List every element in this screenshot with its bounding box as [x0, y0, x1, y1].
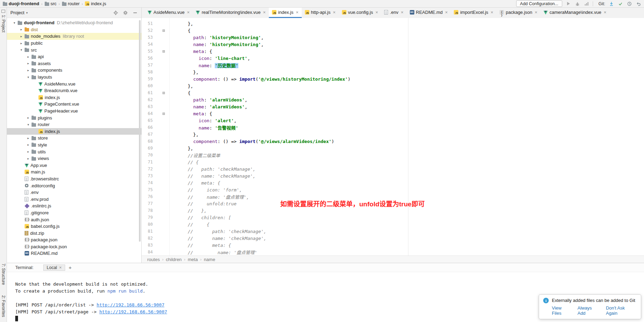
notification-action[interactable]: View Files [552, 305, 572, 316]
terminal-tab-local[interactable]: Local × [43, 265, 65, 271]
tree-row[interactable]: README.md [7, 250, 141, 257]
tree-row[interactable]: PageHeader.vue [7, 108, 141, 115]
tab-close-icon[interactable]: × [535, 10, 538, 15]
tree-row[interactable]: ▸plugins [7, 114, 141, 121]
close-icon[interactable]: × [59, 265, 62, 270]
code-line[interactable]: 78 // }, [142, 207, 644, 214]
tab-close-icon[interactable]: × [401, 10, 404, 15]
editor-breadcrumb-item[interactable]: routes [147, 257, 160, 262]
tree-row[interactable]: index.js [7, 128, 141, 135]
editor-tab[interactable]: README.md× [407, 8, 451, 18]
code-line[interactable]: 67 }, [142, 131, 644, 138]
breadcrumb-item[interactable]: index.js [85, 1, 106, 6]
fold-marker[interactable] [162, 50, 165, 53]
code-line[interactable]: 76 // name: '盘点管理', [142, 193, 644, 200]
editor[interactable]: 51 },52 {53 path: 'historyMonitoring',54… [142, 18, 644, 256]
code-line[interactable]: 68 component: () => import('@/views/alar… [142, 138, 644, 145]
code-line[interactable]: 73 // name: 'checkManage', [142, 172, 644, 179]
fold-marker[interactable] [162, 113, 165, 115]
editor-tab[interactable]: http-api.js× [302, 8, 339, 18]
revert-icon[interactable] [636, 1, 641, 7]
code-line[interactable]: 69 }, [142, 145, 644, 152]
tree-row[interactable]: ▸views [7, 155, 141, 162]
editor-breadcrumb-item[interactable]: meta [188, 257, 198, 262]
chevron-right-icon[interactable]: ▸ [25, 157, 32, 160]
editor-tab[interactable]: package.json× [496, 8, 540, 18]
tree-row[interactable]: dist.zip [7, 230, 141, 236]
hide-panel-icon[interactable] [132, 10, 138, 16]
tree-row[interactable]: .editorconfig [7, 182, 141, 189]
tree-row[interactable]: ▾router [7, 121, 141, 128]
tree-row[interactable]: ▸node_moduleslibrary root [7, 33, 141, 40]
code-line[interactable]: 58 }, [142, 69, 644, 75]
tree-row[interactable]: ▾duoji-frontendD:\zheheWeb\duoji-fronten… [7, 19, 141, 26]
tree-row[interactable]: ▸store [7, 135, 141, 142]
code-line[interactable]: 83 // meta: { [142, 242, 644, 249]
tree-row[interactable]: ▸dist [7, 26, 141, 33]
breadcrumb-item[interactable]: duoji-frontend [3, 1, 39, 6]
tree-row[interactable]: package.json [7, 236, 141, 243]
tree-row[interactable]: .gitignore [7, 209, 141, 216]
chevron-right-icon[interactable]: ▸ [18, 28, 25, 31]
tree-row[interactable]: babel.config.js [7, 223, 141, 230]
editor-tab[interactable]: .env× [381, 8, 406, 18]
tree-row[interactable]: ▸style [7, 142, 141, 149]
chevron-right-icon[interactable]: ▸ [25, 150, 32, 153]
tree-row[interactable]: ▸api [7, 53, 141, 60]
chevron-down-icon[interactable]: ▾ [11, 21, 18, 25]
chevron-right-icon[interactable]: ▸ [25, 69, 32, 72]
editor-breadcrumb-item[interactable]: children [166, 257, 182, 262]
tool-stripe-project[interactable]: 1: Project [1, 13, 6, 35]
tree-row[interactable]: ▾layouts [7, 74, 141, 81]
tree-row[interactable]: AsideMenu.vue [7, 80, 141, 87]
code-line[interactable]: 66 name: '告警视频' [142, 124, 644, 131]
tab-close-icon[interactable]: × [187, 10, 190, 15]
tab-close-icon[interactable]: × [296, 10, 299, 15]
code-line[interactable]: 71 // { [142, 159, 644, 166]
code-line[interactable]: 70 //设置二级菜单 [142, 152, 644, 159]
tab-close-icon[interactable]: × [604, 10, 607, 15]
code-line[interactable]: 55 meta: { [142, 48, 644, 55]
profiler-icon[interactable] [584, 1, 589, 7]
code-line[interactable]: 84 // name: '盘点管理' [142, 249, 644, 256]
notification-action[interactable]: Don't Ask Again [606, 305, 637, 316]
tab-close-icon[interactable]: × [445, 10, 448, 15]
tree-row[interactable]: Breadcrumb.vue [7, 87, 141, 94]
tool-stripe-structure[interactable]: 7: Structure [1, 261, 6, 287]
code-line[interactable]: 54 name: 'historyMonitoring', [142, 41, 644, 48]
tree-row[interactable]: auth.json [7, 216, 141, 223]
tree-row[interactable]: .eslintrc.js [7, 203, 141, 209]
chevron-right-icon[interactable]: ▸ [25, 55, 32, 59]
terminal-link[interactable]: http://192.168.66.56:9007 [99, 309, 167, 314]
tree-row[interactable]: .env.prod [7, 196, 141, 203]
code-line[interactable]: 65 icon: 'alert', [142, 117, 644, 124]
code-line[interactable]: 80 // { [142, 221, 644, 228]
locate-file-icon[interactable] [113, 10, 118, 16]
code-line[interactable]: 63 name: 'alarmVideos', [142, 103, 644, 110]
tree-row[interactable]: ▸utils [7, 148, 141, 155]
tree-row[interactable]: ▸public [7, 40, 141, 47]
chevron-right-icon[interactable]: ▸ [25, 116, 32, 119]
code-line[interactable]: 64 meta: { [142, 110, 644, 117]
gear-icon[interactable] [123, 10, 128, 16]
tab-close-icon[interactable]: × [376, 10, 378, 15]
code-line[interactable]: 51 }, [142, 20, 644, 27]
tab-close-icon[interactable]: × [333, 10, 336, 15]
code-line[interactable]: 62 path: 'alarmVideos', [142, 96, 644, 103]
editor-tab[interactable]: index.js× [269, 8, 302, 18]
chevron-right-icon[interactable]: ▸ [18, 35, 25, 38]
tree-row[interactable]: App.vue [7, 162, 141, 169]
chevron-right-icon[interactable]: ▸ [25, 136, 32, 140]
editor-tab[interactable]: vue.config.js× [339, 8, 381, 18]
code-line[interactable]: 52 { [142, 27, 644, 34]
chevron-right-icon[interactable]: ▸ [25, 143, 32, 146]
editor-tab[interactable]: cameraManage\index.vue× [540, 8, 609, 18]
tree-row[interactable]: .browserslistrc [7, 176, 141, 182]
chevron-down-icon[interactable]: ▾ [18, 48, 25, 52]
tree-row[interactable]: package-lock.json [7, 243, 141, 250]
fold-marker[interactable] [162, 92, 165, 94]
code-line[interactable]: 81 // path: 'checkManage', [142, 228, 644, 235]
notification-action[interactable]: Always Add [577, 305, 600, 316]
code-line[interactable]: 79 // children: [ [142, 214, 644, 221]
tree-row[interactable]: ▸assets [7, 60, 141, 67]
